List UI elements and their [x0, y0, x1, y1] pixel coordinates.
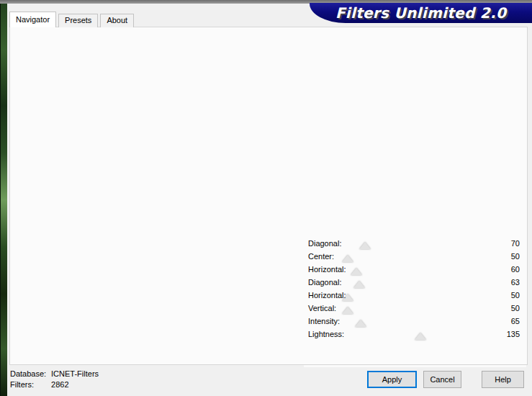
slider-thumb[interactable] — [353, 281, 365, 288]
filters-label: Filters: — [10, 379, 49, 390]
slider-thumb[interactable] — [351, 268, 362, 275]
slider-thumb[interactable] — [355, 320, 366, 327]
slider-label: Lightness: — [308, 330, 344, 338]
slider-value: 50 — [511, 291, 520, 300]
slider-thumb[interactable] — [342, 255, 353, 262]
slider-thumb[interactable] — [359, 242, 371, 249]
database-label: Database: — [10, 369, 49, 379]
tab-strip: NavigatorPresetsAbout — [9, 12, 136, 27]
slider-value: 60 — [511, 265, 520, 274]
slider-value: 70 — [511, 239, 520, 248]
slider-label: Horizontal: — [308, 291, 346, 300]
slider-label: Center: — [308, 252, 334, 261]
app-title: Filters Unlimited 2.0 — [335, 4, 506, 22]
help-button[interactable]: Help — [482, 371, 524, 388]
slider-thumb[interactable] — [342, 307, 353, 314]
slider-thumb[interactable] — [415, 333, 426, 340]
slider-value: 135 — [507, 330, 520, 338]
apply-button[interactable]: Apply — [367, 371, 417, 388]
slider-label: Diagonal: — [308, 239, 341, 248]
status-filters-row: Filters: 2862 — [10, 379, 99, 390]
tab-navigator[interactable]: Navigator — [9, 12, 56, 27]
filters-unlimited-dialog: Filters Unlimited 2.0 NavigatorPresetsAb… — [7, 4, 532, 396]
filters-value: 2862 — [51, 380, 68, 389]
tab-about[interactable]: About — [100, 14, 134, 27]
slider-label: Diagonal: — [308, 278, 341, 287]
title-banner: Filters Unlimited 2.0 — [310, 3, 532, 23]
status-database-row: Database: ICNET-Filters — [10, 369, 99, 379]
slider-value: 50 — [511, 252, 520, 261]
slider-label: Intensity: — [308, 317, 340, 325]
cancel-button[interactable]: Cancel — [423, 371, 461, 388]
tab-presets[interactable]: Presets — [58, 14, 98, 27]
slider-label: Vertical: — [308, 304, 336, 312]
status-area: Database: ICNET-Filters Filters: 2862 — [10, 369, 99, 390]
slider-label: Horizontal: — [308, 265, 346, 274]
background-image-strip — [0, 4, 7, 396]
database-value: ICNET-Filters — [51, 369, 99, 378]
slider-value: 50 — [511, 304, 520, 312]
navigator-tab-page — [9, 27, 528, 365]
slider-value: 63 — [511, 278, 520, 287]
slider-value: 65 — [511, 317, 520, 325]
